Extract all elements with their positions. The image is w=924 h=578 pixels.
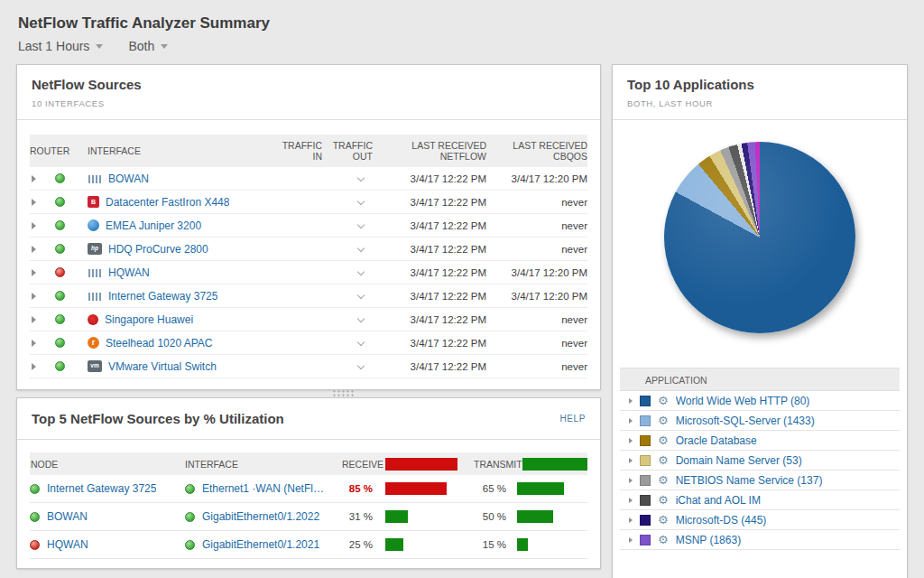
status-icon bbox=[55, 314, 65, 324]
gear-icon[interactable] bbox=[658, 534, 669, 545]
traffic-dropdown-icon[interactable] bbox=[357, 291, 365, 298]
top-applications-panel: Top 10 Applications BOTH, LAST HOUR APPL… bbox=[612, 64, 908, 578]
table-row: BOWAN GigabitEthernet0/1.2022 31 % 50 % bbox=[30, 503, 587, 531]
gear-icon[interactable] bbox=[658, 474, 669, 486]
application-link[interactable]: MSNP (1863) bbox=[676, 534, 741, 546]
direction-dropdown[interactable]: Both bbox=[128, 39, 168, 53]
filter-bar: Last 1 Hours Both bbox=[18, 39, 906, 53]
time-range-dropdown[interactable]: Last 1 Hours bbox=[18, 39, 103, 53]
application-color-swatch bbox=[640, 495, 651, 506]
transmit-header-label: TRANSMIT bbox=[474, 459, 522, 470]
sources-table-header: ROUTER INTERFACE TRAFFIC IN TRAFFIC OUT … bbox=[30, 135, 587, 167]
table-row: Internet Gateway 3725 Ethernet1 ·WAN (Ne… bbox=[30, 475, 587, 503]
expand-arrow-icon[interactable] bbox=[32, 269, 36, 276]
interface-link[interactable]: Internet Gateway 3725 bbox=[108, 290, 217, 303]
receive-percent: 85 % bbox=[333, 483, 373, 494]
interface-link[interactable]: GigabitEthernet0/1.2021 bbox=[202, 538, 319, 551]
gear-icon[interactable] bbox=[658, 434, 669, 446]
expand-arrow-icon[interactable] bbox=[32, 316, 36, 323]
last-cbqos-value: never bbox=[486, 197, 587, 208]
receive-percent: 25 % bbox=[333, 539, 373, 550]
transmit-bar bbox=[517, 538, 528, 551]
expand-arrow-icon[interactable] bbox=[629, 478, 633, 483]
last-cbqos-value: never bbox=[486, 244, 587, 255]
last-netflow-value: 3/4/17 12:22 PM bbox=[373, 338, 486, 349]
expand-arrow-icon[interactable] bbox=[629, 398, 633, 404]
expand-arrow-icon[interactable] bbox=[629, 438, 633, 443]
last-netflow-value: 3/4/17 12:22 PM bbox=[373, 291, 486, 302]
help-link[interactable]: HELP bbox=[559, 414, 586, 424]
expand-arrow-icon[interactable] bbox=[629, 418, 633, 424]
expand-arrow-icon[interactable] bbox=[32, 222, 36, 229]
table-row: HQWAN 3/4/17 12:22 PM 3/4/17 12:20 PM bbox=[30, 261, 587, 284]
gear-icon[interactable] bbox=[658, 395, 669, 406]
status-icon bbox=[185, 540, 195, 550]
interface-link[interactable]: HDQ ProCurve 2800 bbox=[108, 243, 208, 256]
interface-link[interactable]: EMEA Juniper 3200 bbox=[106, 219, 201, 232]
status-icon bbox=[30, 540, 40, 550]
netflow-sources-panel: NetFlow Sources 10 INTERFACES ROUTER INT… bbox=[16, 64, 601, 390]
application-link[interactable]: iChat and AOL IM bbox=[676, 494, 761, 507]
application-link[interactable]: Microsoft-SQL-Server (1433) bbox=[676, 415, 815, 427]
application-link[interactable]: Oracle Database bbox=[676, 434, 757, 447]
chevron-down-icon bbox=[96, 44, 103, 49]
application-link[interactable]: NETBIOS Name Service (137) bbox=[676, 474, 823, 487]
traffic-dropdown-icon[interactable] bbox=[357, 173, 365, 181]
expand-arrow-icon[interactable] bbox=[32, 199, 36, 206]
table-row: Datacenter FastIron X448 3/4/17 12:22 PM… bbox=[30, 191, 587, 214]
node-link[interactable]: BOWAN bbox=[47, 510, 88, 523]
interface-link[interactable]: BOWAN bbox=[108, 172, 149, 185]
expand-arrow-icon[interactable] bbox=[32, 363, 36, 370]
expand-arrow-icon[interactable] bbox=[32, 340, 36, 347]
interface-link[interactable]: Steelhead 1020 APAC bbox=[106, 337, 213, 350]
application-link[interactable]: World Wide Web HTTP (80) bbox=[676, 395, 810, 407]
receive-bar bbox=[385, 482, 447, 495]
traffic-dropdown-icon[interactable] bbox=[357, 197, 365, 204]
table-row: HQWAN GigabitEthernet0/1.2021 25 % 15 % bbox=[30, 531, 587, 559]
direction-value: Both bbox=[128, 39, 154, 53]
panel-subtitle: BOTH, LAST HOUR bbox=[627, 98, 892, 108]
gear-icon[interactable] bbox=[658, 494, 669, 506]
expand-arrow-icon[interactable] bbox=[32, 293, 36, 300]
node-link[interactable]: Internet Gateway 3725 bbox=[47, 482, 156, 495]
transmit-legend-bar bbox=[522, 458, 587, 471]
status-icon bbox=[55, 197, 65, 207]
expand-arrow-icon[interactable] bbox=[629, 498, 633, 503]
time-range-value: Last 1 Hours bbox=[18, 39, 89, 53]
brocade-icon bbox=[88, 196, 99, 208]
node-link[interactable]: HQWAN bbox=[47, 538, 88, 551]
gear-icon[interactable] bbox=[658, 415, 669, 426]
expand-arrow-icon[interactable] bbox=[32, 246, 36, 253]
interface-link[interactable]: Datacenter FastIron X448 bbox=[106, 196, 229, 209]
traffic-dropdown-icon[interactable] bbox=[357, 267, 365, 275]
expand-arrow-icon[interactable] bbox=[629, 517, 633, 523]
table-row: Internet Gateway 3725 3/4/17 12:22 PM 3/… bbox=[30, 284, 587, 308]
traffic-dropdown-icon[interactable] bbox=[357, 244, 365, 251]
page-header: NetFlow Traffic Analyzer Summary Last 1 … bbox=[0, 0, 924, 64]
status-icon bbox=[55, 361, 65, 371]
traffic-dropdown-icon[interactable] bbox=[357, 361, 365, 368]
list-item: NETBIOS Name Service (137) bbox=[620, 471, 900, 490]
interface-link[interactable]: Ethernet1 ·WAN (NetFlow) bbox=[202, 482, 328, 495]
expand-arrow-icon[interactable] bbox=[629, 537, 633, 543]
interface-link[interactable]: GigabitEthernet0/1.2022 bbox=[202, 510, 319, 523]
netflow-summary-page: NetFlow Traffic Analyzer Summary Last 1 … bbox=[0, 0, 924, 578]
interface-link[interactable]: Singapore Huawei bbox=[105, 313, 193, 326]
traffic-dropdown-icon[interactable] bbox=[357, 314, 365, 322]
application-link[interactable]: Domain Name Server (53) bbox=[676, 454, 802, 467]
gear-icon[interactable] bbox=[658, 514, 669, 526]
expand-arrow-icon[interactable] bbox=[629, 458, 633, 463]
gear-icon[interactable] bbox=[658, 454, 669, 466]
interface-link[interactable]: VMware Virtual Switch bbox=[108, 360, 217, 373]
expand-arrow-icon[interactable] bbox=[32, 175, 36, 182]
traffic-dropdown-icon[interactable] bbox=[357, 220, 365, 228]
list-item: Oracle Database bbox=[620, 431, 900, 451]
last-netflow-value: 3/4/17 12:22 PM bbox=[373, 244, 486, 255]
application-link[interactable]: Microsoft-DS (445) bbox=[676, 514, 767, 527]
traffic-dropdown-icon[interactable] bbox=[357, 338, 365, 345]
interface-link[interactable]: HQWAN bbox=[108, 266, 150, 279]
top-applications-pie-chart[interactable] bbox=[664, 142, 855, 333]
drag-handle-icon[interactable] bbox=[332, 389, 356, 397]
status-icon bbox=[185, 512, 195, 522]
last-cbqos-value: never bbox=[486, 361, 587, 372]
